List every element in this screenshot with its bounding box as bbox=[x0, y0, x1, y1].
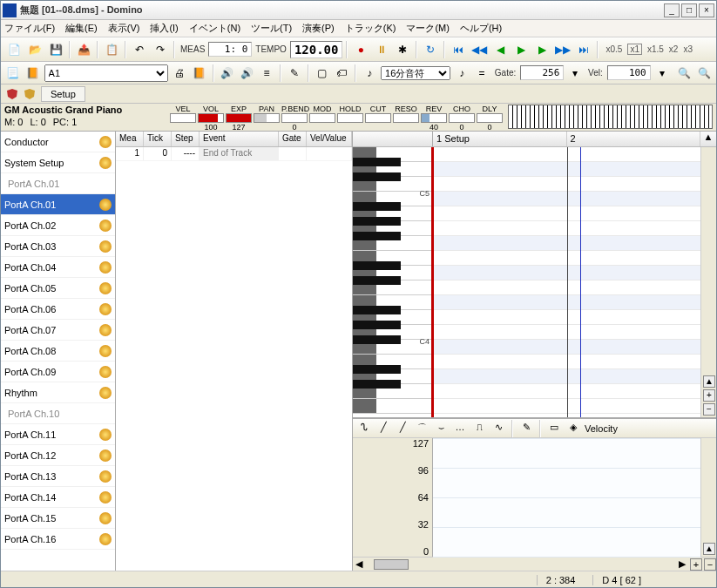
vel-input[interactable] bbox=[607, 65, 651, 80]
cc-rev[interactable]: REV40 bbox=[421, 105, 447, 132]
curve-random-icon[interactable]: … bbox=[452, 421, 468, 436]
curve-convex-icon[interactable]: ⌣ bbox=[433, 421, 449, 436]
horizontal-scrollbar[interactable]: ◀ ▶ + − bbox=[353, 557, 716, 571]
menu-help[interactable]: ヘルプ(H) bbox=[460, 22, 502, 35]
col-step[interactable]: Step bbox=[172, 132, 200, 146]
undo-icon[interactable]: ↶ bbox=[130, 40, 149, 59]
speaker-icon[interactable] bbox=[99, 303, 112, 315]
col-event[interactable]: Event bbox=[200, 132, 279, 146]
zoom-15[interactable]: x1.5 bbox=[647, 44, 664, 54]
record-icon[interactable]: ● bbox=[351, 40, 370, 59]
track-item[interactable]: PortA Ch.08 bbox=[1, 341, 115, 362]
track-item[interactable]: PortA Ch.14 bbox=[1, 487, 115, 508]
speaker-icon[interactable] bbox=[99, 366, 112, 378]
zoom-05[interactable]: x0.5 bbox=[605, 44, 622, 54]
speaker-icon[interactable] bbox=[99, 470, 112, 483]
loop-icon[interactable]: ↻ bbox=[421, 40, 440, 59]
h-zoom-plus-icon[interactable]: + bbox=[690, 558, 702, 571]
cc-vol[interactable]: VOL100 bbox=[198, 105, 224, 132]
col-mea[interactable]: Mea bbox=[116, 132, 144, 146]
patch-select[interactable]: A1 bbox=[44, 64, 168, 82]
cc-p.bend[interactable]: P.BEND0 bbox=[281, 105, 308, 132]
ruler-measure-1[interactable]: 1 Setup bbox=[433, 132, 567, 146]
refresh-icon[interactable]: 📋 bbox=[102, 40, 121, 59]
cc-cho[interactable]: CHO0 bbox=[449, 105, 475, 132]
track-item[interactable]: PortA Ch.11 bbox=[1, 424, 115, 445]
step-fwd-icon[interactable]: ▶ bbox=[532, 40, 551, 59]
scroll-left-icon[interactable]: ◀ bbox=[353, 558, 365, 570]
maximize-button[interactable]: □ bbox=[681, 3, 697, 17]
speaker-icon[interactable] bbox=[99, 533, 112, 545]
zoom-out-icon[interactable]: 🔍 bbox=[676, 64, 693, 83]
step-back-icon[interactable]: ◀ bbox=[490, 40, 510, 59]
cc-vel[interactable]: VEL bbox=[170, 105, 196, 132]
menu-edit[interactable]: 編集(E) bbox=[65, 22, 98, 35]
rewind-icon[interactable]: ◀◀ bbox=[470, 40, 489, 59]
panic-icon[interactable]: ✱ bbox=[393, 40, 412, 59]
zoom-in-icon[interactable]: 🔍 bbox=[695, 64, 713, 83]
menu-track[interactable]: トラック(K) bbox=[345, 22, 396, 35]
speaker-icon[interactable] bbox=[99, 157, 112, 169]
h-zoom-minus-icon[interactable]: − bbox=[704, 558, 716, 571]
track-item[interactable]: Conductor bbox=[1, 132, 115, 152]
speaker-icon[interactable] bbox=[99, 261, 112, 274]
menu-mark[interactable]: マーク(M) bbox=[406, 22, 450, 35]
track-item[interactable]: PortA Ch.03 bbox=[1, 236, 115, 257]
note-icon[interactable]: ♪ bbox=[361, 64, 378, 83]
ruler-scroll-up-icon[interactable]: ▲ bbox=[700, 132, 716, 146]
zoom-3[interactable]: x3 bbox=[683, 44, 693, 54]
pause-icon[interactable]: ⏸ bbox=[372, 40, 391, 59]
speaker-icon[interactable] bbox=[99, 449, 112, 462]
track-item[interactable]: System Setup bbox=[1, 152, 115, 173]
zoom-plus-icon[interactable]: + bbox=[703, 389, 715, 402]
open-icon[interactable]: 📂 bbox=[25, 40, 44, 59]
pencil-icon[interactable]: ✎ bbox=[286, 64, 303, 83]
track-item[interactable]: PortA Ch.07 bbox=[1, 320, 115, 341]
play-icon[interactable]: ▶ bbox=[511, 40, 531, 59]
cc-cut[interactable]: CUT bbox=[365, 105, 391, 132]
redo-icon[interactable]: ↷ bbox=[151, 40, 170, 59]
cc-hold[interactable]: HOLD bbox=[337, 105, 363, 132]
gate-input[interactable] bbox=[520, 65, 564, 80]
ruler-measure-2[interactable]: 2 bbox=[567, 132, 701, 146]
speaker-icon[interactable] bbox=[99, 387, 112, 399]
track-item[interactable]: PortA Ch.04 bbox=[1, 257, 115, 278]
tag2-icon[interactable]: ◈ bbox=[565, 421, 581, 436]
track-item[interactable]: PortA Ch.10 bbox=[1, 403, 115, 424]
menu-play[interactable]: 演奏(P) bbox=[302, 22, 335, 35]
rewind-start-icon[interactable]: ⏮ bbox=[449, 40, 468, 59]
ffwd-end-icon[interactable]: ⏭ bbox=[574, 40, 593, 59]
scroll-right-icon[interactable]: ▶ bbox=[676, 558, 688, 570]
page-icon[interactable]: 📃 bbox=[4, 64, 22, 83]
ffwd-icon[interactable]: ▶▶ bbox=[553, 40, 572, 59]
speaker-icon[interactable] bbox=[99, 324, 112, 336]
menu-file[interactable]: ファイル(F) bbox=[4, 22, 55, 35]
zoom-1[interactable]: x1 bbox=[627, 44, 642, 55]
cc-mod[interactable]: MOD bbox=[309, 105, 335, 132]
track-item[interactable]: PortA Ch.16 bbox=[1, 529, 115, 550]
curve-line-icon[interactable]: ╱ bbox=[375, 421, 391, 436]
speaker-icon[interactable] bbox=[99, 199, 112, 211]
scrollbar-thumb[interactable] bbox=[374, 559, 409, 570]
track-item[interactable]: Rhythm bbox=[1, 382, 115, 403]
curve-line2-icon[interactable]: ╱ bbox=[395, 421, 410, 436]
cc-dly[interactable]: DLY0 bbox=[477, 105, 503, 132]
track-item[interactable]: PortA Ch.05 bbox=[1, 278, 115, 299]
gate-step-icon[interactable]: ▾ bbox=[566, 64, 584, 83]
print-icon[interactable]: 🖨 bbox=[171, 64, 188, 83]
speaker-icon[interactable] bbox=[99, 136, 112, 148]
book-icon[interactable]: 📙 bbox=[24, 64, 42, 83]
cc-reso[interactable]: RESO bbox=[393, 105, 419, 132]
speaker-icon[interactable] bbox=[99, 345, 112, 357]
velocity-plot[interactable] bbox=[433, 438, 700, 557]
close-button[interactable]: × bbox=[699, 3, 714, 17]
curve-concave-icon[interactable]: ⌒ bbox=[414, 421, 430, 436]
curve-edit-icon[interactable]: ✎ bbox=[518, 421, 534, 436]
speaker-icon[interactable] bbox=[99, 491, 112, 504]
track-item[interactable]: PortA Ch.01 bbox=[1, 173, 115, 194]
vel-scroll-up-icon[interactable]: ▲ bbox=[703, 543, 715, 555]
zoom-2[interactable]: x2 bbox=[669, 44, 679, 54]
note-value-select[interactable]: 16分音符 bbox=[381, 66, 450, 80]
mini-keyboard[interactable] bbox=[508, 105, 713, 129]
col-tick[interactable]: Tick bbox=[144, 132, 172, 146]
